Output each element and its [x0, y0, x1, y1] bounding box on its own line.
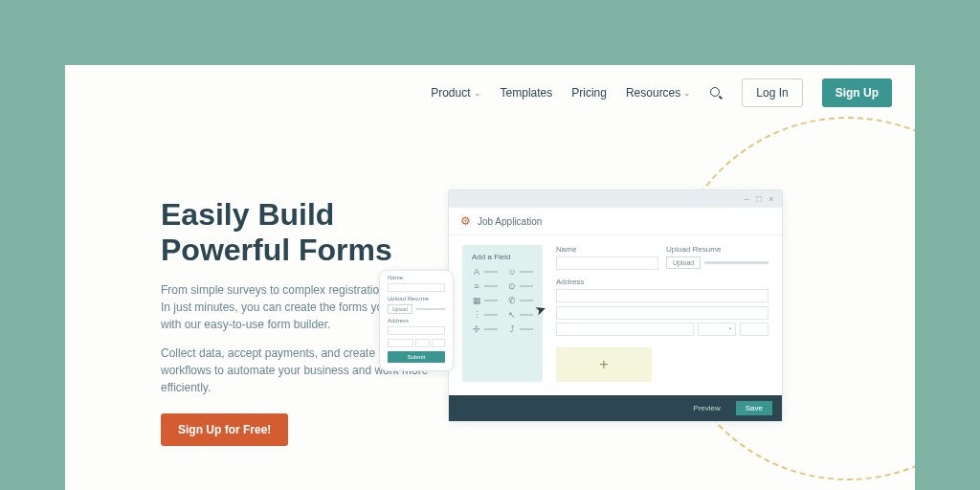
preview-button[interactable]: Preview [683, 401, 729, 415]
address-input[interactable] [556, 306, 768, 320]
phone-icon: ✆ [507, 296, 517, 305]
nav-product[interactable]: Product⌄ [431, 86, 480, 100]
palette-item[interactable]: ▦ [472, 296, 498, 305]
palette-item[interactable]: ⤴ [507, 324, 533, 334]
cursor-icon: ↖ [507, 310, 517, 320]
zip-input[interactable] [432, 339, 446, 347]
nav-resources[interactable]: Resources⌄ [626, 86, 691, 100]
form-canvas: Name Upload Resume Upload Address [556, 245, 768, 382]
plus-icon: + [599, 356, 608, 373]
hero-title: Easily Build Powerful Forms [161, 197, 429, 268]
palette-item[interactable]: ✆ [507, 296, 533, 305]
hero-illustration: – □ × ⚙ Job Application Add a Field A ☺ … [448, 155, 915, 446]
zip-input[interactable] [740, 323, 768, 336]
field-label: Address [384, 318, 449, 323]
upload-progress [704, 261, 768, 264]
palette-item[interactable]: ⊙ [507, 281, 533, 291]
gear-icon: ⚙ [460, 215, 472, 227]
save-button[interactable]: Save [736, 401, 772, 415]
signup-button[interactable]: Sign Up [822, 78, 892, 107]
options-icon: ⋮ [472, 310, 481, 320]
submit-button[interactable]: Submit [388, 351, 445, 363]
state-select[interactable]: ⌄ [698, 323, 736, 336]
nav-pricing[interactable]: Pricing [571, 86, 607, 100]
upload-button[interactable]: Upload [388, 304, 412, 314]
builder-desktop-mockup: – □ × ⚙ Job Application Add a Field A ☺ … [448, 189, 783, 422]
emoji-icon: ☺ [507, 267, 517, 277]
signup-free-button[interactable]: Sign Up for Free! [161, 413, 288, 446]
window-titlebar: – □ × [449, 190, 782, 208]
chevron-down-icon: ⌄ [474, 88, 481, 98]
name-input[interactable] [388, 283, 445, 292]
name-input[interactable] [556, 256, 658, 270]
palette-item[interactable]: ≡ [472, 281, 498, 291]
field-label: Upload Resume [384, 296, 449, 301]
window-close-icon: × [767, 194, 776, 204]
top-nav: Product⌄ Templates Pricing Resources⌄ Lo… [65, 65, 915, 121]
city-input[interactable] [388, 339, 413, 347]
chevron-down-icon: ⌄ [683, 88, 691, 98]
palette-item[interactable]: ✢ [472, 324, 498, 334]
palette-item[interactable]: ↖ [507, 310, 533, 320]
field-palette: Add a Field A ☺ ≡ ⊙ ▦ ✆ ⋮ ↖ ✢ ⤴ [462, 245, 543, 382]
upload-progress [416, 308, 445, 310]
text-icon: A [472, 267, 481, 277]
palette-item[interactable]: ☺ [507, 267, 533, 277]
window-maximize-icon: □ [754, 194, 764, 204]
field-label: Name [556, 245, 658, 254]
builder-mobile-mockup: Name Upload Resume Upload Address Submit [379, 270, 454, 371]
window-minimize-icon: – [742, 194, 751, 204]
add-field-dropzone[interactable]: + [556, 347, 652, 382]
add-icon: ✢ [472, 324, 481, 334]
login-button[interactable]: Log In [742, 78, 802, 107]
address-input[interactable] [388, 326, 445, 335]
builder-form-title: Job Application [478, 216, 542, 227]
nav-templates[interactable]: Templates [501, 86, 553, 100]
palette-title: Add a Field [472, 253, 533, 261]
palette-item[interactable]: A [472, 267, 498, 277]
address-input[interactable] [556, 289, 768, 302]
search-icon[interactable] [710, 87, 723, 100]
state-select[interactable] [415, 339, 430, 347]
palette-item[interactable]: ⋮ [472, 310, 498, 320]
city-input[interactable] [556, 323, 694, 336]
field-label: Address [556, 278, 768, 286]
list-icon: ≡ [472, 281, 481, 291]
field-label: Name [384, 275, 449, 280]
location-icon: ⊙ [507, 281, 517, 291]
mouse-cursor-icon: ➤ [533, 300, 549, 318]
field-label: Upload Resume [666, 245, 768, 254]
calendar-icon: ▦ [472, 296, 481, 305]
upload-icon: ⤴ [507, 324, 517, 334]
upload-button[interactable]: Upload [666, 256, 701, 269]
